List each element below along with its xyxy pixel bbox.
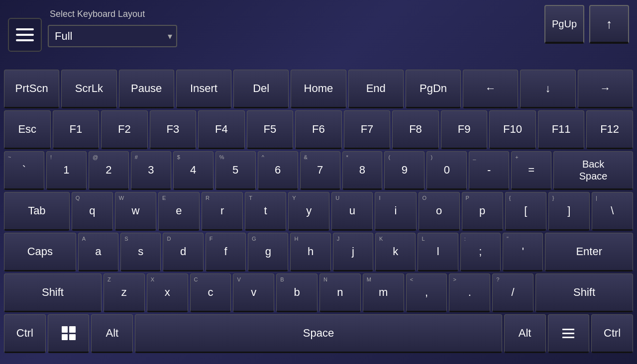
semicolon-key[interactable]: :; [460,233,501,272]
layout-select-wrap: Full Compact Numpad ▾ [48,25,177,47]
h-key[interactable]: Hh [290,233,330,272]
p-key[interactable]: Pp [462,192,503,231]
layout-select[interactable]: Full Compact Numpad [48,25,177,47]
f3-key[interactable]: F3 [150,110,197,149]
i-key[interactable]: Ii [375,192,416,231]
f-key[interactable]: Ff [206,233,246,272]
5-key[interactable]: %5 [215,151,256,190]
header-right-keys: PgUp ↑ [544,5,629,44]
windows-icon [62,326,76,340]
asdf-row: Caps Aa Ss Dd Ff Gg Hh Jj Kk Ll :; "' En… [4,233,633,272]
nav-row: PrtScn ScrLk Pause Insert Del Home End P… [4,70,633,108]
backspace-key[interactable]: BackSpace [553,151,633,190]
a-key[interactable]: Aa [78,233,118,272]
w-key[interactable]: Ww [115,192,156,231]
f8-key[interactable]: F8 [392,110,439,149]
up-arrow-key[interactable]: ↑ [589,5,629,44]
ctrl-left-key[interactable]: Ctrl [4,314,46,353]
esc-key[interactable]: Esc [4,110,51,149]
b-key[interactable]: Bb [276,273,318,312]
comma-key[interactable]: <, [406,273,447,312]
n-key[interactable]: Nn [319,273,361,312]
header: Select Keyboard Layout Full Compact Nump… [0,0,637,70]
ctrl-right-key[interactable]: Ctrl [591,314,633,353]
pgup-key[interactable]: PgUp [544,5,584,44]
minus-key[interactable]: _- [469,151,509,190]
f4-key[interactable]: F4 [198,110,245,149]
rbracket-key[interactable]: }] [548,192,590,231]
layout-label: Select Keyboard Layout [50,9,145,19]
backslash-key[interactable]: |\ [592,192,633,231]
tab-key[interactable]: Tab [4,192,70,231]
menu-button[interactable] [8,18,42,52]
pause-key[interactable]: Pause [119,70,174,108]
scrlk-key[interactable]: ScrLk [61,70,116,108]
win-key[interactable] [48,314,90,353]
prtscn-key[interactable]: PrtScn [4,70,59,108]
alt-right-key[interactable]: Alt [504,314,546,353]
f2-key[interactable]: F2 [101,110,148,149]
lbracket-key[interactable]: {[ [505,192,546,231]
f9-key[interactable]: F9 [441,110,488,149]
enter-key[interactable]: Enter [545,233,633,272]
f6-key[interactable]: F6 [295,110,342,149]
del-key[interactable]: Del [233,70,289,108]
2-key[interactable]: @2 [89,151,129,190]
x-key[interactable]: Xx [147,273,188,312]
caps-key[interactable]: Caps [4,233,76,272]
end-key[interactable]: End [348,70,404,108]
f5-key[interactable]: F5 [247,110,294,149]
9-key[interactable]: (9 [384,151,425,190]
f7-key[interactable]: F7 [344,110,391,149]
d-key[interactable]: Dd [163,233,203,272]
m-key[interactable]: Mm [363,273,404,312]
f10-key[interactable]: F10 [489,110,536,149]
home-key[interactable]: Home [291,70,346,108]
s-key[interactable]: Ss [120,233,161,272]
v-key[interactable]: Vv [233,273,274,312]
4-key[interactable]: $4 [173,151,213,190]
qwerty-row: Tab Qq Ww Ee Rr Tt Yy Uu Ii Oo Pp {[ }] … [4,192,633,231]
r-key[interactable]: Rr [202,192,243,231]
shift-right-key[interactable]: Shift [535,273,633,312]
insert-key[interactable]: Insert [176,70,231,108]
y-key[interactable]: Yy [288,192,329,231]
right-arrow-key[interactable]: → [578,70,633,108]
backtick-key[interactable]: ~` [4,151,44,190]
quote-key[interactable]: "' [503,233,543,272]
z-key[interactable]: Zz [104,273,145,312]
bottom-row: Ctrl Alt Space Alt Ctrl [4,314,633,353]
left-arrow-key[interactable]: ← [463,70,518,108]
equal-key[interactable]: += [511,151,551,190]
6-key[interactable]: ^6 [258,151,298,190]
g-key[interactable]: Gg [248,233,288,272]
slash-key[interactable]: ?/ [492,273,533,312]
number-row: ~` !1 @2 #3 $4 %5 ^6 &7 *8 (9 )0 [4,151,633,190]
t-key[interactable]: Tt [245,192,286,231]
pgdn-key[interactable]: PgDn [406,70,461,108]
f12-key[interactable]: F12 [586,110,633,149]
zxcv-row: Shift Zz Xx Cc Vv Bb Nn Mm <, >. ?/ Shif… [4,273,633,312]
u-key[interactable]: Uu [331,192,373,231]
period-key[interactable]: >. [449,273,490,312]
j-key[interactable]: Jj [333,233,373,272]
k-key[interactable]: Kk [375,233,416,272]
keyboard-area: PrtScn ScrLk Pause Insert Del Home End P… [0,70,637,359]
o-key[interactable]: Oo [419,192,460,231]
menu-key[interactable] [548,314,590,353]
l-key[interactable]: Ll [418,233,458,272]
q-key[interactable]: Qq [72,192,113,231]
8-key[interactable]: *8 [342,151,383,190]
f11-key[interactable]: F11 [538,110,585,149]
0-key[interactable]: )0 [426,151,467,190]
f1-key[interactable]: F1 [53,110,100,149]
7-key[interactable]: &7 [300,151,340,190]
down-arrow-key[interactable]: ↓ [520,70,575,108]
e-key[interactable]: Ee [158,192,200,231]
shift-left-key[interactable]: Shift [4,273,102,312]
3-key[interactable]: #3 [131,151,171,190]
1-key[interactable]: !1 [46,151,87,190]
alt-left-key[interactable]: Alt [91,314,133,353]
c-key[interactable]: Cc [190,273,231,312]
space-key[interactable]: Space [135,314,502,353]
